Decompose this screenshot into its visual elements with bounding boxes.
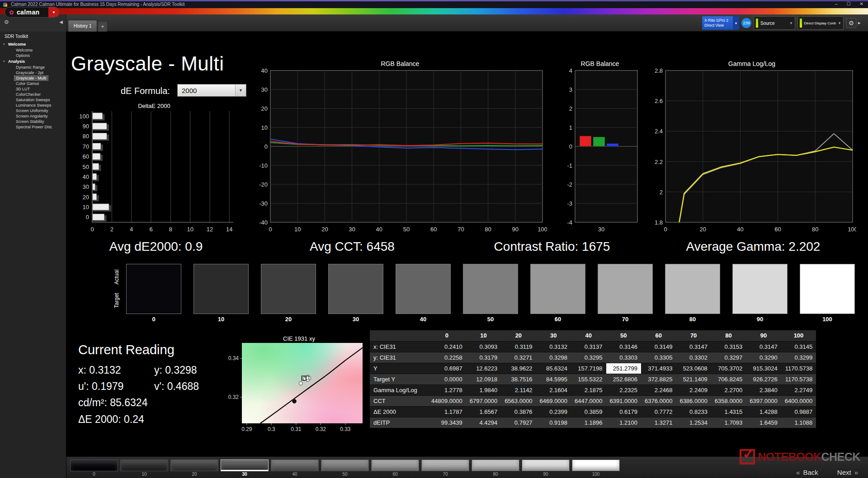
cell-target-y-30[interactable]: 84.5995	[536, 374, 571, 384]
cell-y-cie31-10[interactable]: 0.3179	[466, 352, 501, 363]
cell-gamma-log-log-100[interactable]: 2.2749	[781, 384, 816, 395]
cell-cct-30[interactable]: 6469.0000	[536, 395, 571, 406]
sidebar-item-spectral-power-dist[interactable]: Spectral Power Dist.	[0, 124, 66, 130]
cell-x-cie31-0[interactable]: 0.2410	[428, 341, 466, 352]
sidebar-item-welcome[interactable]: Welcome	[0, 47, 66, 53]
grayscale-step-10[interactable]: 10	[120, 459, 168, 477]
sidebar-item-dynamic-range[interactable]: Dynamic Range	[0, 65, 66, 70]
grayscale-step-50[interactable]: 50	[321, 459, 369, 477]
cell-e-2000-80[interactable]: 1.4315	[711, 406, 746, 417]
cell-gamma-log-log-0[interactable]: 1.2778	[428, 384, 466, 395]
cell-y-cie31-80[interactable]: 0.3297	[711, 352, 746, 363]
cell-target-y-60[interactable]: 372.8825	[641, 374, 676, 384]
cell-y-cie31-100[interactable]: 0.3299	[781, 352, 816, 363]
grayscale-step-40[interactable]: 40	[271, 459, 319, 477]
add-tab-button[interactable]: +	[98, 22, 107, 32]
cell-deitp-30[interactable]: 0.9198	[536, 417, 571, 428]
cell-y-cie31-20[interactable]: 0.3271	[501, 352, 536, 363]
cell-target-y-90[interactable]: 926.2726	[746, 374, 781, 384]
cell-e-2000-60[interactable]: 0.7772	[641, 406, 676, 417]
cell-e-2000-30[interactable]: 0.2399	[536, 406, 571, 417]
cell-cct-60[interactable]: 6376.0000	[641, 395, 676, 406]
cell-deitp-90[interactable]: 1.6459	[746, 417, 781, 428]
maximize-button[interactable]: ☐	[847, 1, 851, 6]
cell-gamma-log-log-10[interactable]: 1.9840	[466, 384, 501, 395]
cell-gamma-log-log-90[interactable]: 2.3840	[746, 384, 781, 395]
cell-y-cie31-90[interactable]: 0.3290	[746, 352, 781, 363]
grayscale-step-100[interactable]: 100	[572, 459, 620, 477]
cell-gamma-log-log-50[interactable]: 2.2325	[606, 384, 641, 395]
cell-cct-10[interactable]: 6797.0000	[466, 395, 501, 406]
cell-target-y-10[interactable]: 12.0918	[466, 374, 501, 384]
cell-e-2000-50[interactable]: 0.6179	[606, 406, 641, 417]
sidebar-section-welcome[interactable]: Welcome	[0, 41, 66, 47]
cell-gamma-log-log-70[interactable]: 2.2409	[676, 384, 711, 395]
cell-y-50[interactable]: 251.2799	[606, 363, 641, 374]
sidebar-item-saturation-sweeps[interactable]: Saturation Sweeps	[0, 97, 66, 103]
cell-target-y-70[interactable]: 521.1409	[676, 374, 711, 384]
cell-cct-40[interactable]: 6447.0000	[571, 395, 606, 406]
grayscale-step-30[interactable]: 30	[221, 459, 269, 477]
cell-e-2000-40[interactable]: 0.3859	[571, 406, 606, 417]
cell-e-2000-90[interactable]: 1.4288	[746, 406, 781, 417]
cell-y-cie31-50[interactable]: 0.3303	[606, 352, 641, 363]
cell-y-cie31-30[interactable]: 0.3298	[536, 352, 571, 363]
meter-selector-button[interactable]: X-Rite i1Pro 2 Direct View ▼	[702, 16, 739, 30]
sidebar-item-grayscale-2pt[interactable]: Grayscale - 2pt	[0, 70, 66, 75]
cell-x-cie31-100[interactable]: 0.3145	[781, 341, 816, 352]
grayscale-step-70[interactable]: 70	[421, 459, 469, 477]
sidebar-item-luminance-sweeps[interactable]: Luminance Sweeps	[0, 103, 66, 108]
calman-menu-button[interactable]: ✿ calman ▼	[5, 7, 60, 18]
cell-target-y-80[interactable]: 706.8245	[711, 374, 746, 384]
cell-e-2000-20[interactable]: 0.3876	[501, 406, 536, 417]
cell-x-cie31-60[interactable]: 0.3149	[641, 341, 676, 352]
sidebar-item-options[interactable]: Options	[0, 53, 66, 58]
cell-e-2000-70[interactable]: 0.8233	[676, 406, 711, 417]
cell-target-y-50[interactable]: 252.6806	[606, 374, 641, 384]
grayscale-step-20[interactable]: 20	[170, 459, 218, 477]
sidebar-item-screen-angularity[interactable]: Screen Angularity	[0, 113, 66, 119]
de-formula-dropdown[interactable]: 2000 ▼	[177, 84, 246, 97]
sidebar-item-grayscale-multi[interactable]: Grayscale - Multi	[0, 75, 66, 81]
cell-x-cie31-10[interactable]: 0.3093	[466, 341, 501, 352]
cell-y-30[interactable]: 85.6324	[536, 363, 571, 374]
cell-x-cie31-80[interactable]: 0.3153	[711, 341, 746, 352]
cell-cct-70[interactable]: 6386.0000	[676, 395, 711, 406]
sidebar-item-color-gamut[interactable]: Color Gamut	[0, 81, 66, 86]
panel-gear-icon[interactable]: ⚙	[4, 19, 9, 25]
cell-y-90[interactable]: 915.3024	[746, 363, 781, 374]
cell-deitp-40[interactable]: 1.1896	[571, 417, 606, 428]
cell-x-cie31-30[interactable]: 0.3132	[536, 341, 571, 352]
back-button[interactable]: « Back	[796, 469, 818, 476]
grayscale-step-80[interactable]: 80	[472, 459, 519, 477]
cell-y-40[interactable]: 157.7198	[571, 363, 606, 374]
cell-gamma-log-log-30[interactable]: 2.1604	[536, 384, 571, 395]
cell-target-y-40[interactable]: 155.5322	[571, 374, 606, 384]
cell-cct-50[interactable]: 6391.0000	[606, 395, 641, 406]
toolbar-expand-button[interactable]: ▸	[858, 20, 861, 26]
cell-cct-0[interactable]: 44809.0000	[428, 395, 466, 406]
cell-gamma-log-log-20[interactable]: 2.1142	[501, 384, 536, 395]
sidebar-section-analysis[interactable]: Analysis	[0, 58, 66, 65]
minimize-button[interactable]: –	[835, 1, 838, 6]
cell-deitp-0[interactable]: 99.3439	[428, 417, 466, 428]
cell-deitp-100[interactable]: 1.1088	[781, 417, 816, 428]
settings-gear-button[interactable]: ⚙	[846, 18, 856, 28]
cell-e-2000-100[interactable]: 0.9887	[781, 406, 816, 417]
cell-y-70[interactable]: 523.0608	[676, 363, 711, 374]
source-dropdown[interactable]: Source ▼	[754, 16, 795, 30]
meter-count-badge[interactable]: 239	[741, 18, 751, 28]
cell-deitp-70[interactable]: 1.2534	[676, 417, 711, 428]
cell-x-cie31-40[interactable]: 0.3137	[571, 341, 606, 352]
grayscale-step-0[interactable]: 0	[70, 459, 118, 477]
sidebar-item-screen-stability[interactable]: Screen Stability	[0, 119, 66, 124]
cell-y-cie31-60[interactable]: 0.3305	[641, 352, 676, 363]
cell-cct-90[interactable]: 6397.0000	[746, 395, 781, 406]
panel-collapse-icon[interactable]: ◀	[59, 19, 63, 24]
cell-deitp-20[interactable]: 0.7927	[501, 417, 536, 428]
sidebar-item-screen-uniformity[interactable]: Screen Uniformity	[0, 108, 66, 113]
cell-cct-80[interactable]: 6358.0000	[711, 395, 746, 406]
cell-target-y-0[interactable]: 0.0000	[428, 374, 466, 384]
cell-y-80[interactable]: 705.3702	[711, 363, 746, 374]
display-control-dropdown[interactable]: Direct Display Control ▼	[797, 16, 844, 30]
